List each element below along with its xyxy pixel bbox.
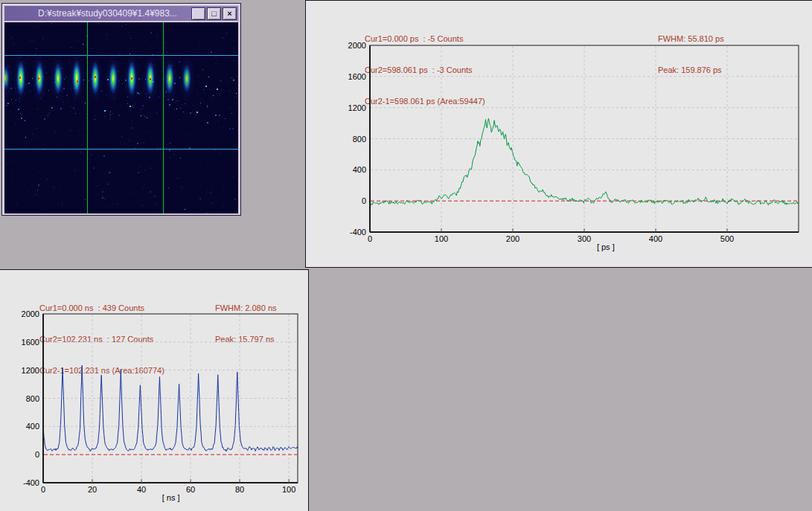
noise-speckle [36, 128, 37, 129]
image-cursor-line-horizontal[interactable] [4, 55, 238, 56]
minimize-button[interactable]: _ [191, 7, 205, 20]
noise-speckle [141, 116, 142, 117]
noise-speckle [164, 152, 165, 153]
image-roi-line-vertical[interactable] [163, 22, 164, 213]
x-tick-label: 0 [355, 234, 385, 243]
noise-speckle [233, 176, 234, 177]
noise-speckle [138, 172, 139, 173]
noise-speckle [142, 108, 143, 109]
streak-pulse-hotspot [38, 77, 39, 80]
noise-speckle [69, 98, 70, 99]
x-tick-label: 100 [274, 485, 304, 494]
noise-speckle [190, 112, 191, 114]
noise-speckle [73, 108, 74, 109]
noise-speckle [145, 126, 146, 126]
noise-speckle [141, 57, 141, 58]
streak-pulse-hotspot [95, 76, 96, 78]
noise-speckle [85, 199, 86, 200]
noise-speckle [182, 39, 182, 39]
noise-speckle [21, 118, 22, 119]
time-profile-ps-plot-area[interactable] [370, 45, 799, 232]
noise-speckle [4, 184, 5, 185]
noise-speckle [230, 140, 231, 141]
noise-speckle [202, 53, 202, 54]
noise-speckle [67, 135, 68, 135]
noise-speckle [132, 106, 132, 107]
noise-speckle [219, 118, 220, 118]
noise-speckle [179, 63, 179, 64]
noise-speckle [85, 118, 86, 118]
noise-speckle [129, 193, 130, 194]
noise-speckle [153, 47, 153, 48]
noise-speckle [104, 110, 106, 112]
noise-speckle [210, 97, 211, 98]
x-axis-unit-label: [ ns ] [149, 493, 194, 502]
streak-camera-image[interactable] [4, 22, 238, 213]
image-cursor-line-horizontal[interactable] [4, 149, 238, 150]
noise-speckle [15, 123, 16, 124]
noise-speckle [104, 173, 105, 174]
noise-speckle [169, 150, 170, 151]
noise-speckle [113, 204, 114, 205]
noise-speckle [176, 103, 176, 103]
noise-speckle [49, 113, 50, 114]
noise-speckle [146, 132, 147, 132]
noise-speckle [144, 142, 144, 143]
streak-window-title: D:¥streak¥study030409¥1.4¥983... [4, 8, 191, 19]
streak-window-titlebar[interactable]: D:¥streak¥study030409¥1.4¥983... _ □ × [4, 6, 238, 21]
noise-speckle [223, 205, 224, 206]
noise-speckle [196, 112, 198, 113]
x-tick-label: 0 [28, 485, 58, 494]
noise-speckle [38, 184, 39, 186]
noise-speckle [38, 196, 39, 196]
noise-speckle [60, 188, 60, 189]
noise-speckle [150, 167, 152, 169]
noise-speckle [177, 178, 178, 179]
noise-speckle [199, 45, 200, 45]
noise-speckle [112, 152, 113, 152]
time-profile-ns-plot-area[interactable] [43, 314, 298, 483]
noise-speckle [150, 24, 151, 25]
noise-speckle [71, 183, 71, 184]
noise-speckle [102, 191, 103, 193]
noise-speckle [25, 146, 26, 147]
noise-speckle [120, 142, 121, 143]
noise-speckle [40, 178, 41, 179]
noise-speckle [92, 48, 93, 49]
y-tick-label: 0 [336, 196, 366, 205]
noise-speckle [213, 97, 214, 97]
streak-pulse [72, 60, 81, 96]
streak-image-window: D:¥streak¥study030409¥1.4¥983... _ □ × [1, 3, 241, 216]
image-roi-line-vertical[interactable] [87, 22, 88, 213]
noise-speckle [80, 112, 80, 113]
noise-speckle [202, 176, 202, 177]
noise-speckle [31, 40, 31, 41]
noise-speckle [86, 187, 86, 188]
y-tick-label: 2000 [336, 41, 366, 50]
noise-speckle [193, 211, 194, 212]
noise-speckle [130, 106, 131, 107]
noise-speckle [207, 106, 208, 106]
noise-speckle [31, 196, 31, 196]
noise-speckle [118, 115, 120, 116]
y-tick-label: 800 [10, 394, 39, 403]
noise-speckle [129, 32, 130, 33]
noise-speckle [130, 110, 131, 111]
noise-speckle [215, 109, 216, 110]
noise-speckle [22, 115, 22, 115]
noise-speckle [223, 207, 223, 208]
noise-speckle [63, 102, 63, 103]
noise-speckle [138, 108, 138, 109]
noise-speckle [223, 37, 224, 39]
noise-speckle [66, 95, 67, 96]
close-button[interactable]: × [223, 7, 237, 20]
noise-speckle [97, 186, 97, 187]
y-tick-label: 1600 [10, 338, 39, 347]
noise-speckle [28, 192, 28, 193]
noise-speckle [199, 82, 199, 83]
noise-speckle [79, 39, 80, 40]
maximize-button[interactable]: □ [207, 7, 221, 20]
noise-speckle [113, 191, 114, 192]
noise-speckle [109, 206, 109, 207]
noise-speckle [227, 82, 228, 83]
